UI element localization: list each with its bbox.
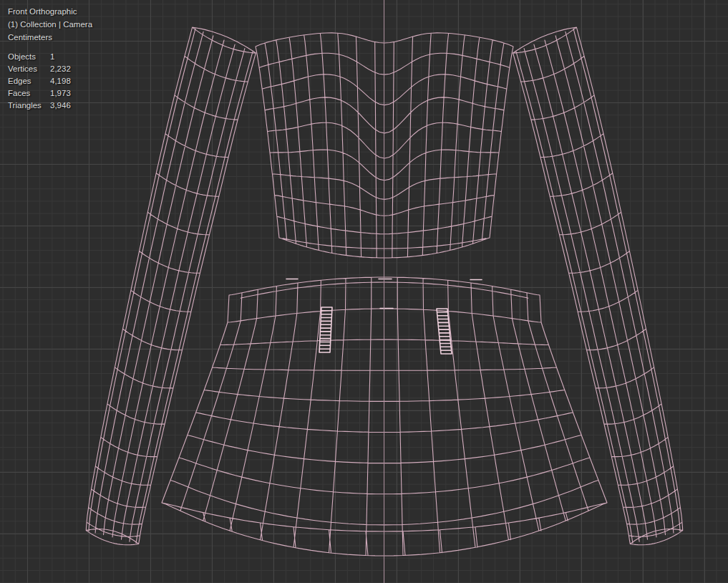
- garment-wireframe-mesh[interactable]: [0, 0, 728, 583]
- stat-row-objects: Objects1: [8, 51, 71, 63]
- units-label: Centimeters: [8, 31, 92, 44]
- stat-row-triangles: Triangles3,946: [8, 100, 71, 112]
- 3d-viewport[interactable]: Front Orthographic (1) Collection | Came…: [0, 0, 728, 583]
- stat-row-faces: Faces1,973: [8, 87, 71, 100]
- stat-row-vertices: Vertices2,232: [8, 63, 71, 75]
- viewport-header-overlay: Front Orthographic (1) Collection | Came…: [8, 5, 92, 44]
- collection-camera-label: (1) Collection | Camera: [8, 18, 92, 31]
- left-sleeve-wireframe[interactable]: [86, 27, 256, 545]
- right-sleeve-wireframe[interactable]: [513, 27, 683, 545]
- top-wireframe[interactable]: [256, 33, 513, 258]
- view-name-label: Front Orthographic: [8, 5, 92, 18]
- belt-loops-and-tabs[interactable]: [286, 279, 482, 355]
- skirt-wireframe[interactable]: [162, 277, 607, 556]
- statistics-overlay: Objects1 Vertices2,232 Edges4,198 Faces1…: [8, 51, 71, 112]
- stat-row-edges: Edges4,198: [8, 75, 71, 87]
